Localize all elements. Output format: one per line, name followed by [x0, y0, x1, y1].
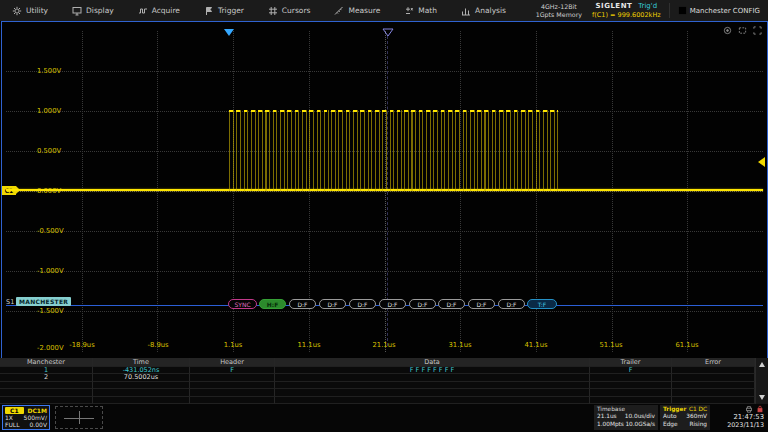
grid-line — [6, 231, 763, 232]
menu-label: Analysis — [475, 6, 506, 15]
analysis-icon — [461, 6, 471, 16]
decode-bubble-data: D:F — [289, 299, 316, 309]
voltage-label: 1.500V — [37, 67, 61, 75]
cursors-icon — [268, 6, 278, 16]
menu-label: Cursors — [282, 6, 311, 15]
menu-trigger[interactable]: Trigger — [192, 0, 256, 21]
coupling-value: DC1M — [27, 407, 47, 414]
grid-line — [6, 311, 763, 312]
menu-label: Display — [86, 6, 114, 15]
scale-value: 500mV/ — [24, 414, 47, 421]
table-row2-cell[interactable] — [190, 374, 275, 382]
menu-measure[interactable]: Measure — [322, 0, 392, 21]
scroll-up-icon[interactable] — [759, 362, 765, 367]
channel1-badge: C1 — [5, 407, 24, 414]
frequency-counter: f(C1) = 999.6002kHz — [592, 11, 661, 19]
printer-icon[interactable] — [745, 405, 753, 413]
decode-bubble-data: D:F — [409, 299, 436, 309]
window-icon — [678, 6, 687, 15]
bottom-bar: C1DC1M 1X500mV/ FULL0.00V Timebase 21.1u… — [0, 404, 768, 432]
timebase-rate: 10.0GSa/s — [625, 421, 655, 428]
time-label: 41.1us — [525, 341, 548, 349]
measure-icon — [334, 6, 344, 16]
expand-icon[interactable] — [753, 26, 762, 35]
delay-position-marker[interactable] — [381, 28, 395, 38]
bandwidth-value: FULL — [5, 421, 20, 428]
time-label: -18.9us — [69, 341, 94, 349]
table-empty-cell — [0, 382, 93, 390]
menu-label: Math — [418, 6, 437, 15]
table-row1-cell[interactable]: -431.052ns — [93, 367, 190, 375]
gear-icon — [12, 6, 22, 16]
col-header[interactable]: Error — [672, 358, 755, 367]
table-row2-cell[interactable] — [590, 374, 672, 382]
table-empty-cell — [0, 389, 93, 397]
menu-label: Acquire — [152, 6, 180, 15]
brand-logo: SIGLENT — [596, 2, 633, 10]
col-header[interactable]: Manchester — [0, 358, 93, 367]
time-label: 51.1us — [600, 341, 623, 349]
acquire-icon — [138, 6, 148, 16]
clock-time: 21:47:53 — [712, 413, 764, 421]
table-row2-cell[interactable]: 70.5002us — [93, 374, 190, 382]
table-row2-cell[interactable] — [275, 374, 590, 382]
add-channel-button[interactable] — [55, 406, 103, 429]
manchester-config-button[interactable]: Manchester CONFIG — [669, 3, 768, 18]
col-header[interactable]: Time — [93, 358, 190, 367]
display-icon — [72, 6, 82, 16]
bus-name-badge[interactable]: MANCHESTER — [16, 297, 71, 306]
decode-bubble-data: D:F — [379, 299, 406, 309]
trigger-level-marker[interactable] — [758, 157, 765, 167]
voltage-label: -0.500V — [37, 227, 64, 235]
time-label: -8.9us — [147, 341, 168, 349]
menu-utility[interactable]: Utility — [0, 0, 60, 21]
time-label: 1.1us — [224, 341, 243, 349]
trigger-level: 360mV — [686, 413, 707, 420]
decode-bubble-data: D:F — [498, 299, 525, 309]
menu-math[interactable]: Math — [392, 0, 449, 21]
table-row1-cell[interactable]: F — [190, 367, 275, 375]
table-row1-cell[interactable]: F — [590, 367, 672, 375]
table-scrollbar[interactable] — [755, 358, 768, 404]
table-row1-cell[interactable]: F F F F F F F F — [275, 367, 590, 375]
timebase-title: Timebase — [597, 406, 625, 413]
col-header[interactable]: Header — [190, 358, 275, 367]
decode-bubble-header: H:F — [259, 299, 286, 309]
channel1-descriptor[interactable]: C1DC1M 1X500mV/ FULL0.00V — [2, 405, 50, 430]
brand-block: SIGLENTTrig'd f(C1) = 999.6002kHz — [592, 2, 661, 19]
table-row1-cell[interactable]: 1 — [0, 367, 93, 375]
trigger-descriptor[interactable]: TriggerC1 DC Auto360mV EdgeRising — [660, 405, 710, 430]
voltage-label: 0.500V — [37, 147, 61, 155]
record-icon[interactable] — [723, 26, 732, 35]
col-header[interactable]: Trailer — [590, 358, 672, 367]
zoom-box-icon[interactable] — [738, 26, 747, 35]
col-header[interactable]: Data — [275, 358, 590, 367]
trigger-time-marker[interactable] — [224, 29, 234, 36]
timebase-descriptor[interactable]: Timebase 21.1us10.0us/div 1.00Mpts10.0GS… — [594, 405, 658, 430]
timebase-delay: 21.1us — [597, 413, 617, 420]
scroll-down-icon[interactable] — [759, 395, 765, 400]
menu-cursors[interactable]: Cursors — [256, 0, 323, 21]
display-tools — [723, 26, 762, 35]
offset-value: 0.00V — [30, 421, 47, 428]
grid-line — [6, 191, 763, 192]
scope-spec: 4GHz-12Bit 1Gpts Memory — [536, 3, 582, 18]
math-icon — [404, 6, 414, 16]
time-label: 11.1us — [298, 341, 321, 349]
clock-area[interactable]: 21:47:53 2023/11/13 — [712, 405, 766, 430]
table-row2-cell[interactable] — [672, 374, 755, 382]
table-row1-cell[interactable] — [672, 367, 755, 375]
grid-line — [6, 71, 763, 72]
lock-icon[interactable] — [756, 405, 764, 413]
menu-analysis[interactable]: Analysis — [449, 0, 518, 21]
timebase-points: 1.00Mpts — [597, 421, 624, 428]
table-row2-cell[interactable]: 2 — [0, 374, 93, 382]
menu-display[interactable]: Display — [60, 0, 126, 21]
timebase-scale: 10.0us/div — [625, 413, 655, 420]
trigger-source: C1 DC — [689, 406, 707, 413]
bus-label: S1 — [6, 298, 14, 306]
time-label: 31.1us — [449, 341, 472, 349]
menu-acquire[interactable]: Acquire — [126, 0, 192, 21]
decode-bubble-sync: SYNC — [228, 299, 257, 309]
voltage-label: -1.000V — [37, 267, 64, 275]
